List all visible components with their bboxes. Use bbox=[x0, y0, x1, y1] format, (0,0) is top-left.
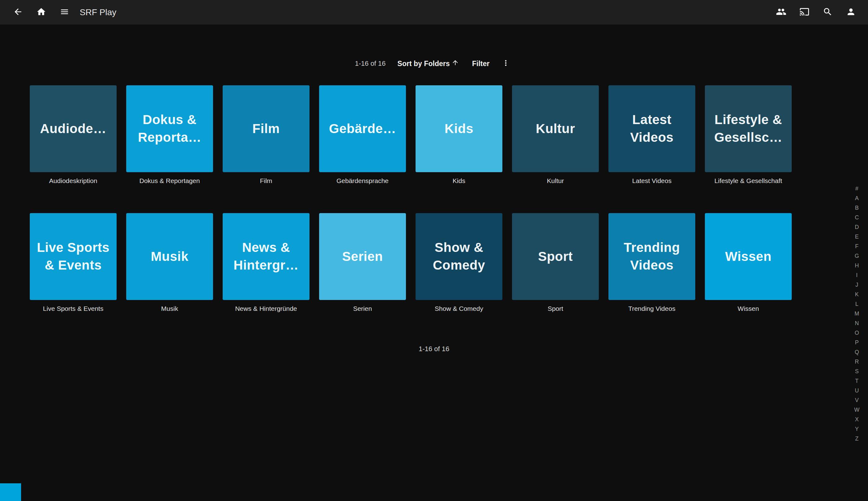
syncplay-button[interactable] bbox=[769, 1, 793, 24]
sort-button[interactable]: Sort by Folders bbox=[393, 57, 464, 70]
app-bar: SRF Play bbox=[0, 0, 868, 24]
alphabet-letter[interactable]: P bbox=[851, 338, 862, 348]
library-item-label: Kultur bbox=[536, 120, 575, 138]
library-item-label: Kids bbox=[444, 120, 473, 138]
library-item[interactable]: Kids Kids bbox=[415, 85, 502, 184]
alphabet-letter[interactable]: V bbox=[851, 395, 862, 405]
library-item-caption: Kids bbox=[415, 177, 502, 184]
library-item-caption: Wissen bbox=[705, 305, 792, 312]
library-item-label: Dokus & Reporta… bbox=[130, 111, 209, 146]
library-item[interactable]: Musik Musik bbox=[126, 213, 213, 312]
library-item-tile[interactable]: Musik bbox=[126, 213, 213, 300]
more-vertical-icon bbox=[501, 58, 510, 68]
library-item[interactable]: Audiode… Audiodeskription bbox=[30, 85, 117, 184]
library-item[interactable]: Wissen Wissen bbox=[705, 213, 792, 312]
library-item-caption: Sport bbox=[512, 305, 599, 312]
alphabet-letter[interactable]: L bbox=[851, 299, 862, 309]
alphabet-letter[interactable]: W bbox=[851, 405, 862, 415]
library-item-label: Trending Videos bbox=[612, 239, 692, 274]
alphabet-letter[interactable]: T bbox=[851, 376, 862, 386]
filter-button[interactable]: Filter bbox=[468, 58, 494, 70]
alphabet-letter[interactable]: O bbox=[851, 328, 862, 338]
library-item-label: News & Hintergr… bbox=[226, 239, 306, 274]
library-item-tile[interactable]: Lifestyle & Gesellsc… bbox=[705, 85, 792, 172]
search-button[interactable] bbox=[816, 1, 839, 24]
library-item-caption: Live Sports & Events bbox=[30, 305, 117, 312]
library-item-label: Film bbox=[252, 120, 280, 138]
alphabet-letter[interactable]: G bbox=[851, 251, 862, 261]
home-button[interactable] bbox=[30, 1, 53, 24]
library-item[interactable]: Film Film bbox=[223, 85, 310, 184]
library-item[interactable]: Show & Comedy Show & Comedy bbox=[415, 213, 502, 312]
library-item-tile[interactable]: Sport bbox=[512, 213, 599, 300]
library-item-label: Gebärde… bbox=[329, 120, 396, 138]
alphabet-letter[interactable]: I bbox=[851, 270, 862, 280]
library-item-tile[interactable]: Gebärde… bbox=[319, 85, 406, 172]
alphabet-letter[interactable]: R bbox=[851, 357, 862, 367]
library-item-label: Latest Videos bbox=[612, 111, 692, 146]
library-item-tile[interactable]: Audiode… bbox=[30, 85, 117, 172]
library-item[interactable]: Sport Sport bbox=[512, 213, 599, 312]
alphabet-letter[interactable]: A bbox=[851, 194, 862, 203]
library-item[interactable]: Kultur Kultur bbox=[512, 85, 599, 184]
library-item-label: Sport bbox=[538, 248, 573, 266]
library-item[interactable]: Serien Serien bbox=[319, 213, 406, 312]
more-options-button[interactable] bbox=[498, 56, 513, 71]
library-item-tile[interactable]: Wissen bbox=[705, 213, 792, 300]
library-item-tile[interactable]: Dokus & Reporta… bbox=[126, 85, 213, 172]
library-item-tile[interactable]: Latest Videos bbox=[608, 85, 695, 172]
library-item-tile[interactable]: Serien bbox=[319, 213, 406, 300]
item-count-top: 1-16 of 16 bbox=[355, 60, 386, 68]
menu-button[interactable] bbox=[53, 1, 76, 24]
alphabet-letter[interactable]: J bbox=[851, 280, 862, 290]
item-count-bottom: 1-16 of 16 bbox=[0, 345, 868, 353]
library-item-caption: Show & Comedy bbox=[415, 305, 502, 312]
alphabet-letter[interactable]: E bbox=[851, 232, 862, 242]
library-item[interactable]: Live Sports & Events Live Sports & Event… bbox=[30, 213, 117, 312]
library-item-caption: Film bbox=[223, 177, 310, 184]
library-item-caption: Trending Videos bbox=[608, 305, 695, 312]
library-item-label: Serien bbox=[342, 248, 383, 266]
library-item[interactable]: Dokus & Reporta… Dokus & Reportagen bbox=[126, 85, 213, 184]
library-item[interactable]: Latest Videos Latest Videos bbox=[608, 85, 695, 184]
library-item-tile[interactable]: News & Hintergr… bbox=[223, 213, 310, 300]
library-item-tile[interactable]: Live Sports & Events bbox=[30, 213, 117, 300]
library-item-tile[interactable]: Show & Comedy bbox=[415, 213, 502, 300]
library-item[interactable]: Gebärde… Gebärdensprache bbox=[319, 85, 406, 184]
library-item-tile[interactable]: Kids bbox=[415, 85, 502, 172]
alphabet-letter[interactable]: K bbox=[851, 290, 862, 299]
library-item-label: Live Sports & Events bbox=[33, 239, 113, 274]
library-item-tile[interactable]: Trending Videos bbox=[608, 213, 695, 300]
alphabet-letter[interactable]: S bbox=[851, 367, 862, 376]
alphabet-letter[interactable]: B bbox=[851, 203, 862, 213]
library-item-caption: Audiodeskription bbox=[30, 177, 117, 184]
library-item[interactable]: Trending Videos Trending Videos bbox=[608, 213, 695, 312]
library-item-label: Musik bbox=[151, 248, 188, 266]
alphabet-letter[interactable]: X bbox=[851, 415, 862, 424]
alphabet-letter[interactable]: Y bbox=[851, 424, 862, 434]
alphabet-letter[interactable]: C bbox=[851, 213, 862, 222]
cast-icon bbox=[800, 7, 810, 18]
bottom-left-accent bbox=[0, 483, 21, 501]
library-item[interactable]: Lifestyle & Gesellsc… Lifestyle & Gesell… bbox=[705, 85, 792, 184]
back-button[interactable] bbox=[6, 1, 30, 24]
alphabet-letter[interactable]: Z bbox=[851, 434, 862, 444]
alphabet-letter[interactable]: # bbox=[851, 184, 862, 194]
alphabet-letter[interactable]: H bbox=[851, 261, 862, 270]
alphabet-letter[interactable]: M bbox=[851, 309, 862, 319]
library-item-label: Audiode… bbox=[40, 120, 106, 138]
alphabet-letter[interactable]: F bbox=[851, 242, 862, 251]
library-grid: Audiode… Audiodeskription Dokus & Report… bbox=[0, 85, 868, 312]
library-item[interactable]: News & Hintergr… News & Hintergründe bbox=[223, 213, 310, 312]
user-button[interactable] bbox=[839, 1, 862, 24]
cast-button[interactable] bbox=[793, 1, 816, 24]
library-item-tile[interactable]: Film bbox=[223, 85, 310, 172]
alphabet-letter[interactable]: Q bbox=[851, 348, 862, 357]
search-icon bbox=[823, 7, 833, 18]
people-icon bbox=[776, 7, 786, 18]
alphabet-letter[interactable]: N bbox=[851, 319, 862, 328]
alphabet-letter[interactable]: U bbox=[851, 386, 862, 395]
library-item-tile[interactable]: Kultur bbox=[512, 85, 599, 172]
filter-button-label: Filter bbox=[472, 60, 489, 68]
alphabet-letter[interactable]: D bbox=[851, 222, 862, 232]
